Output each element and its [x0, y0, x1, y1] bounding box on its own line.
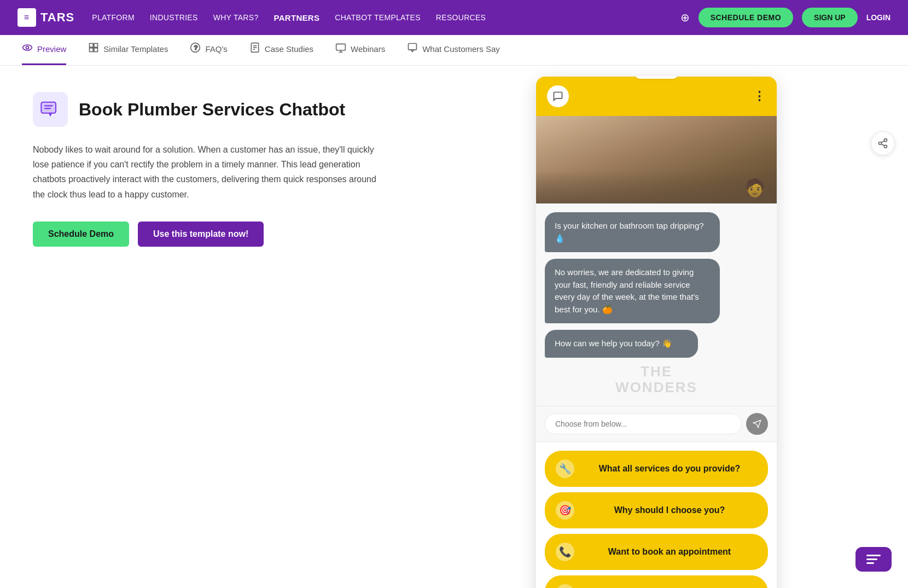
- schedule-demo-button[interactable]: SCHEDULE DEMO: [699, 8, 793, 27]
- tab-preview[interactable]: Preview: [22, 35, 66, 65]
- nav-why-tars[interactable]: WHY TARS?: [213, 13, 259, 22]
- option-appointment-label: Want to book an appointment: [582, 547, 757, 557]
- appointment-icon: 📞: [556, 543, 574, 561]
- discord-icon[interactable]: ⊕: [680, 11, 690, 24]
- tab-similar-templates-label: Similar Templates: [103, 44, 168, 54]
- left-panel: Book Plumber Services Chatbot Nobody lik…: [0, 66, 416, 588]
- services-icon: 🔧: [556, 459, 574, 478]
- watermark-text: THEWONDERS: [615, 364, 697, 395]
- logo-text: TARS: [40, 10, 74, 25]
- main-content: Book Plumber Services Chatbot Nobody lik…: [0, 66, 908, 588]
- svg-text:?: ?: [194, 44, 198, 51]
- svg-rect-15: [409, 43, 417, 50]
- tab-similar-templates[interactable]: Similar Templates: [88, 35, 168, 65]
- nav-platform[interactable]: PLATFORM: [92, 13, 135, 22]
- option-why-choose[interactable]: 🎯 Why should I choose you?: [545, 492, 768, 528]
- svg-point-0: [23, 45, 32, 50]
- bot-message-1: Is your kitchen or bathroom tap dripping…: [545, 212, 720, 252]
- svg-line-25: [881, 144, 884, 145]
- tab-what-customers-say[interactable]: What Customers Say: [407, 35, 500, 65]
- bot-message-3: How can we help you today? 👋: [545, 330, 698, 358]
- svg-point-23: [879, 142, 882, 145]
- option-services-label: What all services do you provide?: [582, 464, 757, 474]
- image-gradient: [536, 171, 777, 203]
- nav-industries[interactable]: INDUSTRIES: [150, 13, 198, 22]
- options-panel: 🔧 What all services do you provide? 🎯 Wh…: [536, 441, 777, 589]
- page-title: Book Plumber Services Chatbot: [79, 100, 345, 120]
- chat-send-button[interactable]: [746, 413, 768, 435]
- option-why-choose-label: Why should I choose you?: [582, 505, 757, 515]
- nav-resources[interactable]: RESOURCES: [436, 13, 486, 22]
- similar-templates-icon: [88, 42, 99, 56]
- bot-message-2: No worries, we are dedicated to giving y…: [545, 259, 720, 323]
- tab-webinars-label: Webinars: [351, 44, 385, 54]
- sign-up-button[interactable]: SIGN UP: [802, 8, 858, 27]
- nav-chatbot-templates[interactable]: CHATBOT TEMPLATES: [335, 13, 421, 22]
- chat-input[interactable]: [545, 414, 742, 434]
- navbar: ≡ TARS PLATFORM INDUSTRIES WHY TARS? PAR…: [0, 0, 908, 35]
- right-panel: AI TARS ⋮: [416, 66, 908, 588]
- svg-rect-2: [90, 43, 94, 47]
- tabs-bar: Preview Similar Templates ? FAQ's Case S…: [0, 35, 908, 66]
- chatbot-window: AI TARS ⋮: [536, 77, 777, 588]
- bottom-right-chat-button[interactable]: [855, 547, 892, 572]
- webinars-icon: [335, 42, 346, 56]
- nav-partners[interactable]: PARTNERS: [274, 13, 320, 22]
- tab-case-studies-label: Case Studies: [265, 44, 313, 54]
- logo-icon: ≡: [18, 8, 36, 27]
- title-row: Book Plumber Services Chatbot: [33, 92, 383, 127]
- ai-badge: AI: [642, 77, 649, 77]
- chat-bubble-icon: [547, 85, 569, 107]
- action-buttons: Schedule Demo Use this template now!: [33, 222, 383, 247]
- tab-faqs[interactable]: ? FAQ's: [190, 35, 227, 65]
- chatbot-header-left: [547, 85, 569, 107]
- svg-rect-12: [336, 44, 346, 50]
- tab-case-studies[interactable]: Case Studies: [249, 35, 313, 65]
- tab-what-customers-say-label: What Customers Say: [422, 44, 500, 54]
- menu-dots-icon[interactable]: ⋮: [753, 89, 766, 103]
- description-text: Nobody likes to wait around for a soluti…: [33, 142, 383, 202]
- chatbot-header: ⋮: [536, 77, 777, 116]
- option-services[interactable]: 🔧 What all services do you provide?: [545, 451, 768, 487]
- customers-say-icon: [407, 42, 418, 56]
- svg-point-1: [26, 46, 29, 49]
- preview-icon: [22, 42, 33, 56]
- logo[interactable]: ≡ TARS: [18, 8, 74, 27]
- login-button[interactable]: LOGIN: [866, 13, 890, 22]
- faqs-icon: ?: [190, 42, 201, 56]
- svg-line-26: [881, 141, 884, 142]
- schedule-demo-cta[interactable]: Schedule Demo: [33, 222, 129, 247]
- navbar-actions: ⊕ SCHEDULE DEMO SIGN UP LOGIN: [680, 8, 890, 27]
- chatbot-header-wrapper: AI TARS ⋮: [536, 77, 777, 116]
- tab-faqs-label: FAQ's: [205, 44, 227, 54]
- navbar-nav: PLATFORM INDUSTRIES WHY TARS? PARTNERS C…: [92, 13, 662, 22]
- svg-rect-5: [94, 48, 98, 51]
- use-template-button[interactable]: Use this template now!: [138, 222, 264, 247]
- svg-rect-17: [41, 102, 56, 113]
- btn-line-3: [866, 562, 874, 564]
- share-button[interactable]: [871, 131, 895, 155]
- btn-line-2: [866, 558, 877, 560]
- svg-rect-3: [94, 43, 98, 47]
- svg-rect-4: [90, 48, 94, 51]
- watermark-area: THEWONDERS: [536, 358, 777, 401]
- svg-marker-16: [411, 50, 414, 51]
- svg-marker-21: [49, 113, 53, 117]
- tab-webinars[interactable]: Webinars: [335, 35, 385, 65]
- chatbot-icon: [33, 92, 68, 127]
- quote-icon: 💰: [556, 584, 574, 589]
- chat-messages: Is your kitchen or bathroom tap dripping…: [536, 203, 777, 358]
- chat-input-row: [536, 406, 777, 441]
- tab-preview-label: Preview: [37, 44, 66, 54]
- option-book-appointment[interactable]: 📞 Want to book an appointment: [545, 534, 768, 570]
- chat-button-lines: [866, 555, 881, 564]
- chat-image: 🧑: [536, 116, 777, 203]
- why-choose-icon: 🎯: [556, 501, 574, 520]
- option-free-quote[interactable]: 💰 Get a free quote: [545, 575, 768, 589]
- svg-point-22: [884, 139, 887, 142]
- case-studies-icon: [249, 42, 260, 56]
- ai-tars-badge: AI TARS: [635, 77, 678, 79]
- svg-point-24: [884, 145, 887, 148]
- chat-body: 🧑 Is your kitchen or bathroom tap drippi…: [536, 116, 777, 441]
- btn-line-1: [866, 555, 881, 556]
